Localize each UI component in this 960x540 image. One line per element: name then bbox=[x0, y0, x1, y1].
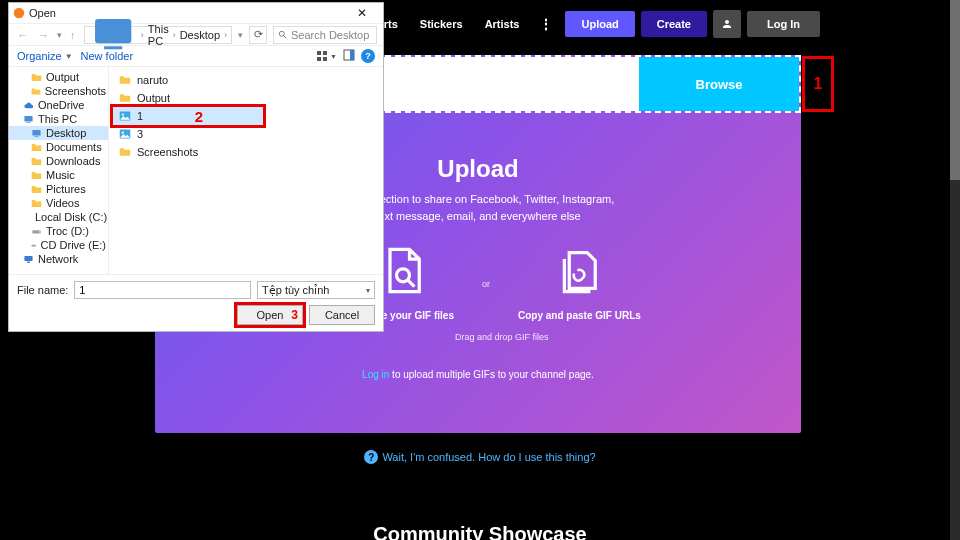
upload-button[interactable]: Upload bbox=[565, 11, 634, 37]
svg-rect-14 bbox=[26, 122, 30, 123]
svg-rect-12 bbox=[350, 50, 354, 60]
svg-point-5 bbox=[279, 31, 284, 36]
search-icon bbox=[278, 30, 288, 40]
multi-upload-hint: Log in to upload multiple GIFs to your c… bbox=[155, 369, 801, 380]
svg-point-20 bbox=[39, 231, 40, 232]
svg-line-1 bbox=[407, 280, 414, 287]
nav-stickers[interactable]: Stickers bbox=[412, 14, 471, 34]
nav-more-icon[interactable]: ⋮ bbox=[533, 16, 559, 32]
confused-link[interactable]: ?Wait, I'm confused. How do I use this t… bbox=[0, 450, 960, 464]
search-input[interactable]: Search Desktop bbox=[273, 26, 377, 44]
tree-node[interactable]: OneDrive bbox=[9, 98, 108, 112]
close-button[interactable]: ✕ bbox=[345, 3, 379, 23]
create-button[interactable]: Create bbox=[641, 11, 707, 37]
file-row[interactable]: Output bbox=[113, 89, 379, 107]
annotation-1: 1 bbox=[802, 56, 834, 112]
svg-rect-13 bbox=[24, 116, 32, 122]
refresh-button[interactable]: ⟳ bbox=[249, 26, 267, 44]
tree-node[interactable]: Downloads bbox=[9, 154, 108, 168]
help-button[interactable]: ? bbox=[361, 49, 375, 63]
tree-node[interactable]: Network bbox=[9, 252, 108, 266]
svg-rect-3 bbox=[95, 19, 131, 43]
question-icon: ? bbox=[364, 450, 378, 464]
paste-url-option[interactable]: Copy and paste GIF URLs bbox=[518, 246, 641, 321]
file-row[interactable]: naruto bbox=[113, 71, 379, 89]
file-row[interactable]: 12 bbox=[113, 107, 263, 125]
avatar[interactable] bbox=[713, 10, 741, 38]
svg-rect-9 bbox=[317, 57, 321, 61]
paste-url-label: Copy and paste GIF URLs bbox=[518, 310, 641, 321]
breadcrumb[interactable]: › This PC › Desktop › bbox=[84, 26, 233, 44]
crumbs-dropdown[interactable]: ▾ bbox=[238, 30, 243, 40]
svg-rect-24 bbox=[27, 261, 30, 262]
tree-node[interactable]: Pictures bbox=[9, 182, 108, 196]
preview-icon bbox=[343, 49, 355, 61]
document-link-icon bbox=[553, 246, 605, 298]
new-folder-button[interactable]: New folder bbox=[81, 50, 134, 62]
browse-button[interactable]: Browse bbox=[639, 57, 799, 111]
crumb-thispc[interactable]: This PC bbox=[148, 23, 169, 47]
community-showcase-heading: Community Showcase bbox=[0, 523, 960, 540]
svg-point-2 bbox=[14, 8, 25, 19]
dialog-titlebar: Open ✕ bbox=[9, 3, 383, 23]
app-icon bbox=[13, 7, 25, 19]
file-list[interactable]: narutoOutput123Screenshots bbox=[109, 67, 383, 274]
file-row[interactable]: 3 bbox=[113, 125, 379, 143]
cancel-button[interactable]: Cancel bbox=[309, 305, 375, 325]
login-button[interactable]: Log In bbox=[747, 11, 820, 37]
file-type-select[interactable]: Tệp tùy chỉnh▾ bbox=[257, 281, 375, 299]
toolbar: Organize ▼ New folder ▼ ? bbox=[9, 45, 383, 67]
dialog-body: OutputScreenshotsOneDriveThis PCDesktopD… bbox=[9, 67, 383, 274]
back-button[interactable]: ← bbox=[15, 29, 30, 41]
tree-node[interactable]: CD Drive (E:) bbox=[9, 238, 108, 252]
tree-node[interactable]: Music bbox=[9, 168, 108, 182]
file-open-dialog: Open ✕ ← → ▾ ↑ › This PC › Desktop › ▾ ⟳… bbox=[8, 2, 384, 332]
organize-menu[interactable]: Organize ▼ bbox=[17, 50, 73, 62]
tree-node[interactable]: Screenshots bbox=[9, 84, 108, 98]
or-label-2: or bbox=[482, 279, 490, 289]
svg-rect-23 bbox=[24, 256, 32, 261]
preview-pane-button[interactable] bbox=[343, 49, 355, 63]
svg-rect-7 bbox=[317, 51, 321, 55]
svg-rect-15 bbox=[32, 130, 40, 136]
svg-point-22 bbox=[35, 245, 36, 246]
tree-node[interactable]: Output bbox=[9, 70, 108, 84]
open-button[interactable]: Open3 bbox=[237, 305, 303, 325]
grid-icon bbox=[316, 50, 328, 62]
svg-point-0 bbox=[396, 269, 409, 282]
dialog-footer: File name: Tệp tùy chỉnh▾ Open3 Cancel bbox=[9, 274, 383, 331]
address-bar: ← → ▾ ↑ › This PC › Desktop › ▾ ⟳ Search… bbox=[9, 23, 383, 45]
forward-button[interactable]: → bbox=[36, 29, 51, 41]
history-dropdown[interactable]: ▾ bbox=[57, 30, 62, 40]
svg-rect-16 bbox=[34, 136, 38, 137]
login-link[interactable]: Log in bbox=[362, 369, 389, 380]
tree-node[interactable]: Documents bbox=[9, 140, 108, 154]
file-row[interactable]: Screenshots bbox=[113, 143, 379, 161]
svg-point-28 bbox=[122, 131, 124, 133]
tree-node[interactable]: This PC bbox=[9, 112, 108, 126]
svg-rect-8 bbox=[323, 51, 327, 55]
dialog-title: Open bbox=[29, 7, 56, 19]
tree-node[interactable]: Troc (D:) bbox=[9, 224, 108, 238]
svg-line-6 bbox=[284, 35, 287, 38]
up-button[interactable]: ↑ bbox=[68, 29, 78, 41]
tree-node[interactable]: Local Disk (C:) bbox=[9, 210, 108, 224]
nav-artists[interactable]: Artists bbox=[477, 14, 528, 34]
tree-node[interactable]: Desktop bbox=[9, 126, 108, 140]
crumb-desktop[interactable]: Desktop bbox=[180, 29, 220, 41]
drag-hint: Drag and drop GIF files bbox=[455, 332, 549, 342]
svg-point-26 bbox=[122, 113, 124, 115]
person-icon bbox=[721, 18, 733, 30]
document-search-icon bbox=[377, 246, 429, 298]
tree-node[interactable]: Videos bbox=[9, 196, 108, 210]
view-mode-button[interactable]: ▼ bbox=[316, 50, 337, 62]
filename-label: File name: bbox=[17, 284, 68, 296]
svg-rect-10 bbox=[323, 57, 327, 61]
filename-input[interactable] bbox=[74, 281, 251, 299]
folder-tree[interactable]: OutputScreenshotsOneDriveThis PCDesktopD… bbox=[9, 67, 109, 274]
